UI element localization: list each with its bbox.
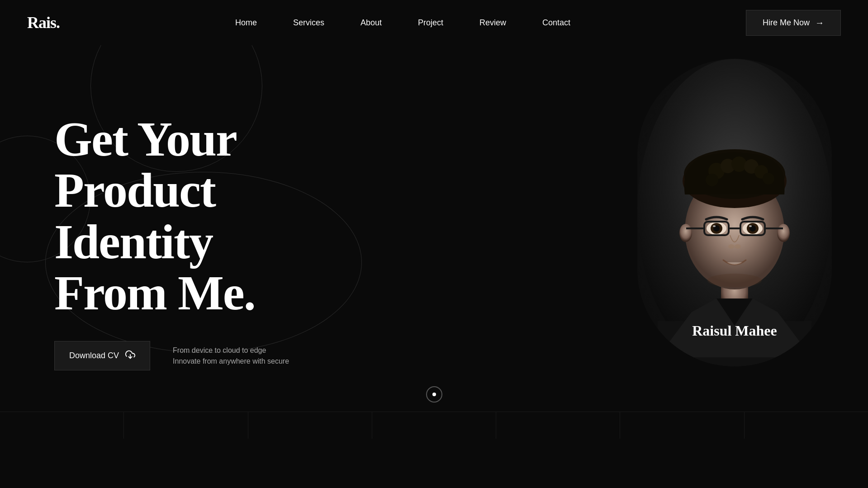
nav-link-home[interactable]: Home [235,18,257,27]
download-cv-label: Download CV [69,351,119,360]
navbar: Rais. Home Services About Project Review… [0,0,868,45]
profile-name: Raisul Mahee [692,322,777,339]
hero-tagline: From device to cloud to edge Innovate fr… [173,346,289,365]
bottom-bar-item-4 [372,412,496,439]
hire-me-button[interactable]: Hire Me Now → [746,10,841,36]
nav-item-home[interactable]: Home [235,18,257,28]
nav-link-about[interactable]: About [360,18,382,27]
hero-title-line3: From Me. [54,266,255,320]
download-icon [125,350,135,362]
download-cv-button[interactable]: Download CV [54,341,150,370]
hero-section: Get Your Product Identity From Me. Downl… [0,45,868,439]
svg-point-15 [679,224,692,242]
nav-link-project[interactable]: Project [418,18,443,27]
svg-point-24 [749,225,752,227]
svg-point-20 [713,225,716,227]
svg-point-13 [706,174,718,186]
scroll-indicator[interactable] [426,386,442,403]
arrow-icon: → [815,18,824,28]
bottom-bar-item-3 [248,412,372,439]
svg-point-30 [728,244,735,249]
nav-item-services[interactable]: Services [293,18,324,28]
svg-point-16 [777,224,790,242]
scroll-dot [432,393,436,396]
nav-item-project[interactable]: Project [418,18,443,28]
nav-item-contact[interactable]: Contact [542,18,570,28]
nav-item-review[interactable]: Review [479,18,506,28]
hero-title-line1: Get Your [54,112,237,166]
bottom-bar [0,412,868,439]
logo[interactable]: Rais. [27,13,60,32]
bottom-bar-item-7 [745,412,868,439]
svg-point-31 [735,244,741,249]
nav-links: Home Services About Project Review Conta… [235,18,570,28]
tagline-line1: From device to cloud to edge [173,346,289,355]
nav-link-review[interactable]: Review [479,18,506,27]
bottom-bar-item-5 [496,412,620,439]
tagline-line2: Innovate from anywhere with secure [173,357,289,365]
bottom-bar-item-2 [124,412,248,439]
nav-link-services[interactable]: Services [293,18,324,27]
hero-actions: Download CV From device to cloud to edge… [54,341,380,370]
bottom-bar-item-6 [620,412,744,439]
svg-point-14 [763,173,774,185]
nav-item-about[interactable]: About [360,18,382,28]
svg-point-32 [707,274,762,287]
hero-content: Get Your Product Identity From Me. Downl… [54,114,380,371]
bottom-bar-item-1 [0,412,124,439]
hire-me-label: Hire Me Now [763,18,810,28]
person-portrait [637,59,832,366]
hero-title: Get Your Product Identity From Me. [54,114,380,319]
nav-link-contact[interactable]: Contact [542,18,570,27]
hero-image-area: Raisul Mahee [637,59,832,389]
profile-circle: Raisul Mahee [637,59,832,366]
hero-title-line2: Product Identity [54,163,215,268]
